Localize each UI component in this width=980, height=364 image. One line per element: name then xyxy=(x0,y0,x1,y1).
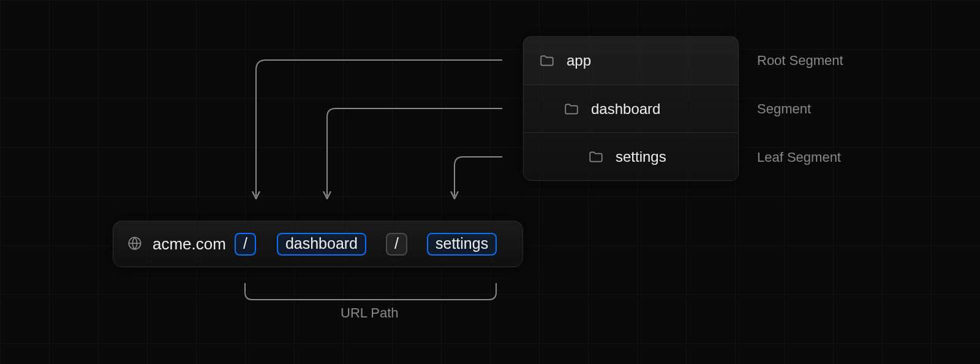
url-path-caption: URL Path xyxy=(341,305,399,321)
tree-label-settings: settings xyxy=(616,148,666,165)
url-segment-settings: settings xyxy=(427,233,497,256)
segment-label-root: Root Segment xyxy=(757,53,843,69)
segment-label-middle: Segment xyxy=(757,101,811,117)
tree-row-settings: settings xyxy=(524,132,738,180)
folder-icon xyxy=(538,52,556,69)
url-bar: acme.com / dashboard / settings xyxy=(113,221,523,267)
url-domain: acme.com xyxy=(153,235,226,254)
url-slash-root: / xyxy=(235,233,256,256)
tree-row-app: app xyxy=(524,37,738,85)
folder-icon xyxy=(587,148,605,165)
tree-label-app: app xyxy=(567,52,591,69)
tree-label-dashboard: dashboard xyxy=(591,100,660,118)
folder-icon xyxy=(563,100,580,118)
tree-row-dashboard: dashboard xyxy=(524,85,738,132)
route-folder-tree: app dashboard settings xyxy=(523,36,739,181)
url-segment-dashboard: dashboard xyxy=(277,233,366,256)
globe-icon xyxy=(127,235,144,252)
url-slash-1: / xyxy=(386,233,407,256)
segment-label-leaf: Leaf Segment xyxy=(757,150,841,165)
